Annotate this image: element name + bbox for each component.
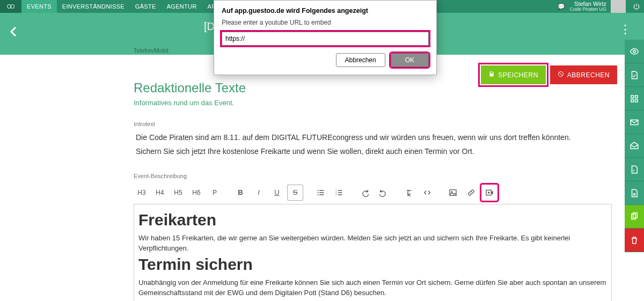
heading-h4[interactable]: H4 (152, 185, 168, 201)
editor-toolbar: H3 H4 H5 H6 P B I U S 123 (134, 182, 612, 204)
editor-h1-freikarten: Freikarten (138, 211, 607, 229)
svg-rect-3 (631, 96, 634, 98)
editor-p1: Wir haben 15 Freikarten, die wir gerne a… (138, 233, 607, 254)
nav-events[interactable]: EVENTS (21, 0, 57, 13)
dialog-message: Please enter a youtube URL to embed (214, 17, 436, 30)
logout-button[interactable] (629, 0, 644, 13)
content-area: Redaktionelle Texte Informatives rund um… (134, 64, 612, 301)
dialog-ok-button[interactable]: OK (391, 53, 429, 67)
file-pdf-icon[interactable]: A (625, 158, 644, 181)
telefon-label: Telefon/Mobil (134, 47, 169, 54)
ul-icon[interactable] (313, 185, 329, 201)
nav-agentur[interactable]: AGENTUR (162, 0, 202, 13)
mail-icon[interactable] (625, 111, 644, 134)
intro-line-1: Die Code Piraten sind am 8.11. auf dem D… (134, 130, 612, 144)
section-subtitle: Informatives rund um das Event. (134, 99, 612, 107)
ol-icon[interactable]: 123 (331, 185, 347, 201)
svg-rect-6 (635, 99, 638, 102)
intro-line-2: Sichern Sie sich jetzt Ihre kostenlose F… (134, 144, 612, 158)
user-org: Code Piraten UG (569, 7, 606, 12)
svg-point-12 (318, 190, 319, 191)
header-more-menu[interactable]: ⋮ (619, 28, 631, 31)
right-sidebar: A (625, 40, 644, 252)
back-button[interactable] (8, 25, 20, 42)
svg-text:3: 3 (335, 193, 337, 196)
file-image-icon[interactable] (625, 63, 644, 87)
avatar[interactable] (611, 0, 626, 14)
code-icon[interactable] (419, 185, 435, 201)
editor-h1-termin: Termin sichern (138, 255, 607, 274)
svg-rect-5 (631, 99, 634, 102)
undo-icon[interactable] (375, 185, 391, 201)
mail-open-icon[interactable] (625, 134, 644, 158)
heading-h6[interactable]: H6 (188, 185, 204, 201)
strike-icon[interactable]: S (287, 185, 303, 201)
youtube-url-input[interactable] (222, 32, 429, 46)
nav-einverstaendnisse[interactable]: EINVERSTÄNDNISSE (57, 0, 130, 13)
clear-format-icon[interactable] (401, 185, 417, 201)
introtext-area[interactable]: Die Code Piraten sind am 8.11. auf dem D… (134, 130, 612, 159)
heading-h3[interactable]: H3 (134, 185, 150, 201)
grid-icon[interactable] (625, 87, 644, 111)
svg-rect-4 (635, 96, 638, 98)
italic-icon[interactable]: I (251, 185, 267, 201)
svg-text:A: A (633, 168, 635, 172)
svg-point-13 (318, 192, 319, 193)
video-embed-icon[interactable] (481, 185, 497, 201)
dialog-title: Auf app.guestoo.de wird Folgendes angeze… (214, 1, 436, 17)
trash-icon[interactable] (625, 229, 644, 252)
svg-point-2 (633, 50, 636, 53)
section-title: Redaktionelle Texte (134, 80, 612, 96)
svg-point-14 (318, 194, 319, 195)
svg-rect-18 (450, 189, 456, 195)
app-logo[interactable] (0, 0, 21, 13)
bold-icon[interactable]: B (232, 185, 248, 201)
underline-icon[interactable]: U (269, 185, 285, 201)
nav-gaeste[interactable]: GÄSTE (130, 0, 162, 13)
description-editor[interactable]: Freikarten Wir haben 15 Freikarten, die … (134, 204, 612, 301)
editor-p2: Unabhängig von der Anmeldung für eine Fr… (138, 278, 607, 298)
user-menu[interactable]: 💬 Stefan Wirtz Code Piraten UG (558, 0, 629, 14)
eye-icon[interactable] (625, 40, 644, 63)
dialog-cancel-button[interactable]: Abbrechen (336, 53, 385, 67)
prompt-dialog: Auf app.guestoo.de wird Folgendes angeze… (214, 0, 437, 75)
heading-h5[interactable]: H5 (170, 185, 186, 201)
introtext-label: Introtext (134, 121, 612, 127)
copy-icon[interactable] (625, 205, 644, 229)
top-nav: EVENTS EINVERSTÄNDNISSE GÄSTE AGENTUR AP… (21, 0, 240, 13)
link-icon[interactable] (463, 185, 479, 201)
user-name-block: Stefan Wirtz Code Piraten UG (569, 1, 606, 12)
description-label: Event-Beschreibung (134, 173, 612, 179)
file-x-icon[interactable] (625, 181, 644, 205)
redo-icon[interactable] (357, 185, 373, 201)
paragraph-p[interactable]: P (207, 185, 223, 201)
image-icon[interactable] (445, 185, 461, 201)
chat-icon: 💬 (558, 3, 565, 10)
